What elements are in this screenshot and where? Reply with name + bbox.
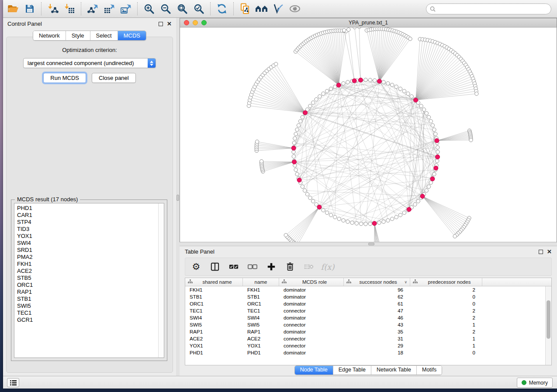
close-panel-icon[interactable]: ✕ xyxy=(547,250,552,254)
cell-successor-nodes: 31 xyxy=(344,335,410,342)
memory-button[interactable]: Memory xyxy=(517,378,553,388)
splitter-handle[interactable] xyxy=(368,243,374,245)
first-neighbors-icon[interactable] xyxy=(253,1,270,17)
horizontal-splitter[interactable] xyxy=(180,242,557,246)
optimization-criterion-dropdown[interactable]: largest connected component (undirected) xyxy=(23,58,156,68)
delete-column-trash-icon[interactable] xyxy=(285,262,295,272)
mcds-result-item[interactable]: SWI4 xyxy=(14,240,164,247)
float-panel-icon[interactable] xyxy=(159,22,163,26)
column-header-name[interactable]: name xyxy=(243,278,279,286)
tab-motifs[interactable]: Motifs xyxy=(417,366,442,375)
hide-panel-eye-icon[interactable] xyxy=(287,1,303,17)
mcds-result-item[interactable]: TEC1 xyxy=(14,309,164,316)
tab-network[interactable]: Network xyxy=(33,31,66,40)
column-header-successor-nodes[interactable]: successor nodes∨ xyxy=(344,278,410,286)
cell-predecessor-nodes: 0 xyxy=(410,349,482,356)
vertical-splitter[interactable] xyxy=(176,18,180,376)
task-history-button[interactable] xyxy=(7,378,19,387)
network-graph[interactable] xyxy=(180,28,557,242)
select-all-icon[interactable] xyxy=(229,262,239,272)
tab-mcds[interactable]: MCDS xyxy=(118,31,146,40)
mcds-result-item[interactable]: RAP1 xyxy=(14,289,164,296)
column-type-icon xyxy=(188,279,193,285)
cytoscape-window: Control Panel ✕ NetworkStyleSelectMCDS O… xyxy=(3,0,557,389)
table-row[interactable]: ACE2ACE2connector311 xyxy=(185,335,545,342)
table-row[interactable]: RAP1RAP1dominator352 xyxy=(185,328,545,335)
float-panel-icon[interactable] xyxy=(539,250,543,254)
mcds-list-scrollbar[interactable] xyxy=(158,203,164,358)
show-columns-icon[interactable] xyxy=(210,262,220,272)
search-box[interactable] xyxy=(426,3,551,14)
mcds-result-item[interactable]: PHD1 xyxy=(14,205,164,212)
import-network-icon[interactable] xyxy=(45,1,61,17)
network-view-canvas[interactable] xyxy=(180,28,557,242)
table-row[interactable]: ORC1ORC1dominator610 xyxy=(185,300,545,307)
save-session-icon[interactable] xyxy=(21,1,38,17)
mcds-result-list[interactable]: PHD1CAR1STP4TID3YOX1SWI4SRD1PMA2FKH1ACE2… xyxy=(14,203,164,358)
export-network-icon[interactable] xyxy=(84,1,101,17)
mcds-result-item[interactable]: PMA2 xyxy=(14,254,164,261)
cell-name: ORC1 xyxy=(243,300,279,307)
table-settings-gear-icon[interactable]: ⚙ xyxy=(191,262,201,272)
column-label: predecessor nodes xyxy=(419,279,480,285)
mcds-result-item[interactable]: ACE2 xyxy=(14,268,164,275)
mcds-result-item[interactable]: STP4 xyxy=(14,219,164,226)
mcds-result-item[interactable]: FKH1 xyxy=(14,261,164,268)
mcds-result-item[interactable]: STB5 xyxy=(14,275,164,282)
cell-MCDS-role: dominator xyxy=(279,349,344,356)
scrollbar-thumb[interactable] xyxy=(547,300,550,339)
search-input[interactable] xyxy=(436,5,551,14)
mcds-result-item[interactable]: SWI5 xyxy=(14,303,164,309)
zoom-selected-icon[interactable] xyxy=(190,1,207,17)
add-column-icon[interactable] xyxy=(266,262,276,272)
tab-network-table[interactable]: Network Table xyxy=(371,366,417,375)
table-row[interactable]: YOX1YOX1connector291 xyxy=(185,342,545,349)
close-window-icon[interactable] xyxy=(184,20,189,25)
run-mcds-button[interactable]: Run MCDS xyxy=(43,73,86,83)
mcds-result-item[interactable]: YOX1 xyxy=(14,233,164,240)
open-file-icon[interactable] xyxy=(5,1,21,17)
export-table-icon[interactable] xyxy=(101,1,118,17)
cell-successor-nodes: 35 xyxy=(344,328,410,335)
control-panel-tabs: NetworkStyleSelectMCDS xyxy=(33,31,146,41)
table-row[interactable]: STB1STB1dominator620 xyxy=(185,293,545,300)
mcds-result-item[interactable]: ORC1 xyxy=(14,282,164,289)
tab-edge-table[interactable]: Edge Table xyxy=(333,366,371,375)
deselect-all-icon[interactable] xyxy=(248,262,257,272)
mcds-result-item[interactable]: SRD1 xyxy=(14,247,164,254)
zoom-fit-icon[interactable] xyxy=(174,1,190,17)
minimize-window-icon[interactable] xyxy=(193,20,198,25)
mcds-result-item[interactable]: TID3 xyxy=(14,226,164,233)
table-row[interactable]: SWI5SWI5connector431 xyxy=(185,321,545,328)
mcds-result-item[interactable]: CAR1 xyxy=(14,212,164,219)
table-row[interactable]: FKH1FKH1dominator962 xyxy=(185,286,545,293)
column-header-MCDS-role[interactable]: MCDS role xyxy=(279,278,344,286)
close-panel-button[interactable]: Close panel xyxy=(92,73,136,83)
tab-node-table[interactable]: Node Table xyxy=(295,366,333,375)
export-image-icon[interactable] xyxy=(118,1,134,17)
table-toolbar: ⚙ f(x) xyxy=(185,258,552,276)
splitter-handle[interactable] xyxy=(176,195,179,201)
table-row[interactable]: SWI4SWI4dominator462 xyxy=(185,314,545,321)
table-scrollbar[interactable] xyxy=(545,286,551,365)
maximize-window-icon[interactable] xyxy=(201,20,207,25)
table-row[interactable]: PHD1PHD1dominator180 xyxy=(185,349,545,356)
cell-shared-name: SWI5 xyxy=(185,321,243,328)
tab-style[interactable]: Style xyxy=(66,31,90,40)
zoom-out-icon[interactable] xyxy=(157,1,174,17)
cell-predecessor-nodes: 1 xyxy=(410,335,482,342)
clone-network-icon[interactable] xyxy=(237,1,253,17)
import-table-icon[interactable] xyxy=(61,1,78,17)
column-header-predecessor-nodes[interactable]: predecessor nodes xyxy=(410,278,482,286)
close-panel-icon[interactable]: ✕ xyxy=(167,22,172,26)
refresh-icon[interactable] xyxy=(214,1,230,17)
graphics-details-icon[interactable] xyxy=(270,1,287,17)
column-type-icon xyxy=(282,279,287,285)
mcds-result-item[interactable]: STB1 xyxy=(14,296,164,303)
column-header-shared-name[interactable]: shared name xyxy=(185,278,243,286)
tab-select[interactable]: Select xyxy=(90,31,118,40)
mcds-result-item[interactable]: GCR1 xyxy=(14,316,164,323)
network-title-bar[interactable]: YPA_prune.txt_1 xyxy=(180,18,557,28)
zoom-in-icon[interactable] xyxy=(141,1,157,17)
table-row[interactable]: TEC1TEC1connector472 xyxy=(185,307,545,314)
